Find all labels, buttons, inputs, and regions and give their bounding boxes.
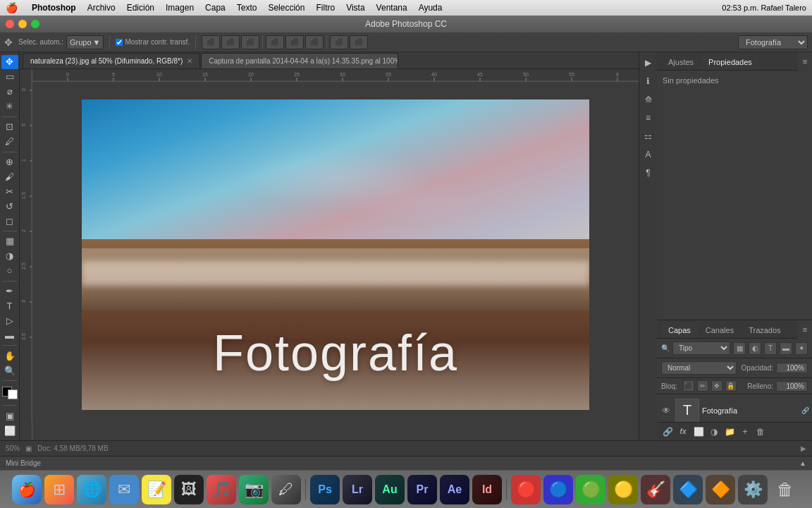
- close-button[interactable]: [6, 20, 14, 28]
- dist-v[interactable]: ⬛: [350, 35, 368, 49]
- delete-layer-btn[interactable]: 🗑: [754, 425, 767, 438]
- dock-safari[interactable]: 🌐: [77, 475, 106, 504]
- tool-move[interactable]: ✥: [1, 55, 18, 69]
- apple-menu[interactable]: 🍎: [6, 2, 18, 13]
- menu-imagen[interactable]: Imagen: [166, 3, 194, 13]
- dist-h[interactable]: ⬛: [330, 35, 348, 49]
- panel-char-btn[interactable]: A: [641, 147, 656, 162]
- menu-archivo[interactable]: Archivo: [87, 3, 116, 13]
- opacity-input[interactable]: [776, 363, 808, 373]
- tool-hand[interactable]: ✋: [1, 349, 18, 363]
- menu-ayuda[interactable]: Ayuda: [419, 3, 443, 13]
- dock-photoshop[interactable]: Ps: [310, 475, 340, 504]
- dock-itunes[interactable]: 🎵: [207, 475, 236, 504]
- dock-script[interactable]: 🖊: [271, 475, 301, 504]
- dock-launchpad[interactable]: ⊞: [44, 475, 74, 504]
- layer-type-filter[interactable]: Tipo: [672, 341, 730, 355]
- auto-select-dropdown[interactable]: Grupo ▼: [66, 35, 104, 49]
- dock-audition[interactable]: Au: [375, 475, 405, 504]
- lock-pixels[interactable]: ⬛: [683, 380, 694, 392]
- new-layer-btn[interactable]: +: [739, 425, 751, 438]
- panel-transform-btn[interactable]: ⟰: [641, 92, 656, 107]
- tool-mask[interactable]: ▣: [1, 409, 18, 423]
- shape-layer-icon[interactable]: ▬: [780, 342, 792, 355]
- smart-filter-icon[interactable]: ✦: [795, 342, 808, 355]
- dock-app-5[interactable]: 🎸: [641, 475, 670, 504]
- new-group-icon[interactable]: ▦: [733, 342, 746, 355]
- maximize-button[interactable]: [31, 20, 39, 28]
- canvas-scroll[interactable]: Fotografía: [32, 82, 639, 440]
- tab-propiedades[interactable]: Propiedades: [701, 54, 759, 70]
- dock-finder[interactable]: 🍎: [12, 475, 42, 504]
- zoom-icon-btn[interactable]: ▣: [25, 445, 32, 452]
- dock-app-2[interactable]: 🔵: [543, 475, 573, 504]
- dock-app-6[interactable]: 🔷: [673, 475, 703, 504]
- tool-history[interactable]: ↺: [1, 199, 18, 213]
- tool-crop[interactable]: ⊡: [1, 120, 18, 134]
- lock-position[interactable]: ✥: [711, 380, 722, 392]
- align-top[interactable]: ⬛: [266, 35, 284, 49]
- panel-layers-icon-btn[interactable]: ≡: [641, 110, 656, 126]
- minimize-button[interactable]: [18, 20, 27, 28]
- layer-vis-fotografia[interactable]: 👁: [660, 404, 672, 417]
- tab-canales[interactable]: Canales: [699, 322, 741, 338]
- new-mask-btn[interactable]: ⬜: [692, 425, 705, 438]
- dock-mail[interactable]: ✉: [109, 475, 139, 504]
- props-panel-menu[interactable]: ≡: [798, 52, 812, 71]
- tool-shape[interactable]: ▬: [1, 329, 18, 343]
- tab1-close[interactable]: ✕: [187, 57, 192, 65]
- adjust-layer-icon[interactable]: ◐: [749, 342, 761, 355]
- tool-blur[interactable]: ◑: [1, 249, 18, 263]
- menu-vista[interactable]: Vista: [346, 3, 364, 13]
- tab-ajustes[interactable]: Ajustes: [661, 54, 701, 70]
- tool-eraser[interactable]: ◻: [1, 214, 18, 228]
- color-swatches[interactable]: [2, 387, 18, 399]
- tool-magic-wand[interactable]: ✳: [1, 99, 18, 114]
- tool-text[interactable]: T: [1, 299, 18, 313]
- align-bottom[interactable]: ⬛: [305, 35, 324, 49]
- tool-brush[interactable]: 🖌: [1, 169, 18, 183]
- menu-seleccion[interactable]: Selección: [268, 3, 304, 13]
- tool-select-rect[interactable]: ▭: [1, 70, 18, 84]
- fx-btn[interactable]: fx: [677, 425, 689, 438]
- align-left[interactable]: ⬛: [202, 35, 220, 49]
- dock-iphoto[interactable]: 📷: [239, 475, 269, 504]
- tool-clone[interactable]: ✂: [1, 184, 18, 198]
- dock-aftereffects[interactable]: Ae: [440, 475, 469, 504]
- tool-dodge[interactable]: ○: [1, 264, 18, 278]
- tool-zoom[interactable]: 🔍: [1, 363, 18, 377]
- menu-capa[interactable]: Capa: [205, 3, 226, 13]
- blend-mode-select[interactable]: Normal: [661, 361, 737, 375]
- dock-app-8[interactable]: ⚙️: [738, 475, 768, 504]
- dock-photos[interactable]: 🖼: [174, 475, 204, 504]
- layers-panel-menu[interactable]: ≡: [798, 320, 812, 339]
- dock-indesign[interactable]: Id: [472, 475, 502, 504]
- align-center-v[interactable]: ⬛: [285, 35, 304, 49]
- tool-path-select[interactable]: ▷: [1, 314, 18, 328]
- adjustment-btn[interactable]: ◑: [708, 425, 720, 438]
- workspace-preset[interactable]: Fotografía: [738, 35, 808, 49]
- panel-para-btn[interactable]: ¶: [641, 165, 656, 181]
- dock-premiere[interactable]: Pr: [407, 475, 437, 504]
- panel-adjust-btn[interactable]: ⚏: [641, 128, 656, 144]
- align-center-h[interactable]: ⬛: [221, 35, 240, 49]
- dock-app-3[interactable]: 🟢: [576, 475, 605, 504]
- tool-gradient[interactable]: ▦: [1, 234, 18, 248]
- mini-bridge-collapse[interactable]: ▲: [799, 459, 806, 467]
- tool-heal[interactable]: ⊕: [1, 155, 18, 169]
- doc-tab-1[interactable]: naturaleza (23).jpg al 50% (Difuminado, …: [23, 53, 200, 68]
- lock-paint[interactable]: ✏: [697, 380, 708, 392]
- text-layer-icon[interactable]: T: [764, 342, 777, 355]
- transform-checkbox[interactable]: [116, 39, 123, 46]
- fill-input[interactable]: [776, 381, 808, 392]
- layer-row-fotografia[interactable]: 👁 T Fotografía 🔗: [657, 394, 812, 422]
- tool-eyedropper[interactable]: 🖊: [1, 135, 18, 149]
- menu-texto[interactable]: Texto: [237, 3, 257, 13]
- show-transform-check[interactable]: Mostrar contr. transf.: [116, 38, 190, 46]
- align-right[interactable]: ⬛: [241, 35, 259, 49]
- doc-tab-2[interactable]: Captura de pantalla 2014-04-04 a la(s) 1…: [201, 53, 398, 68]
- dock-lightroom[interactable]: Lr: [343, 475, 372, 504]
- dock-app-1[interactable]: 🔴: [511, 475, 541, 504]
- link-layers-btn[interactable]: 🔗: [661, 425, 674, 438]
- menu-edicion[interactable]: Edición: [127, 3, 154, 13]
